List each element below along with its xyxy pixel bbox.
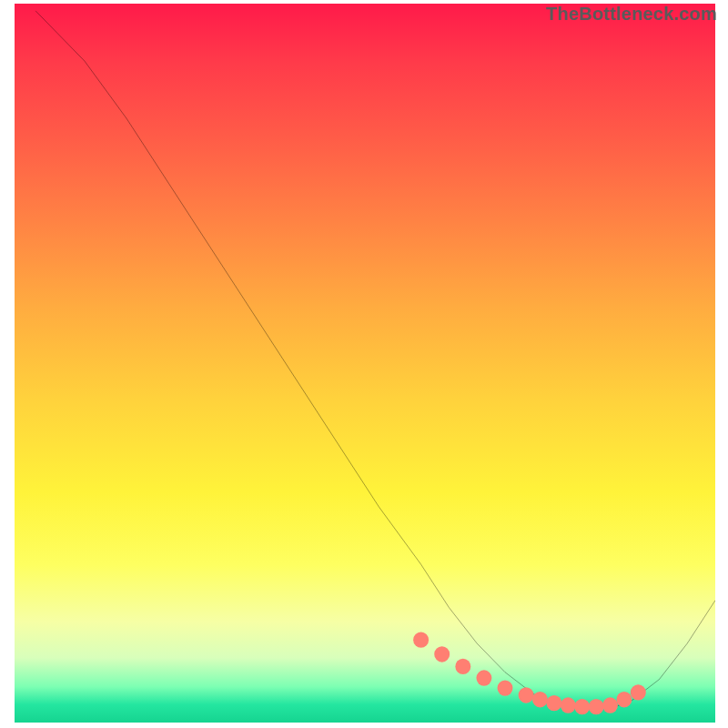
curve-path	[35, 11, 715, 708]
curve-marker-dot	[519, 687, 534, 703]
curve-marker-dot	[532, 692, 548, 707]
chart-container: TheBottleneck.com	[0, 0, 728, 728]
chart-overlay-svg	[15, 4, 715, 723]
curve-marker-dot	[476, 670, 491, 685]
curve-marker-dot	[602, 697, 618, 713]
curve-marker-dot	[574, 699, 590, 714]
curve-marker-dot	[631, 684, 646, 700]
curve-marker-dot	[589, 699, 604, 714]
chart-plot-area	[15, 4, 715, 723]
curve-marker-dot	[561, 697, 576, 713]
curve-marker-dot	[498, 680, 513, 695]
curve-marker-dot	[413, 632, 429, 647]
curve-marker-dot	[546, 695, 561, 711]
curve-markers	[413, 632, 646, 714]
curve-marker-dot	[616, 692, 632, 707]
curve-marker-dot	[455, 659, 470, 674]
curve-marker-dot	[434, 646, 450, 662]
watermark-text: TheBottleneck.com	[546, 4, 717, 25]
